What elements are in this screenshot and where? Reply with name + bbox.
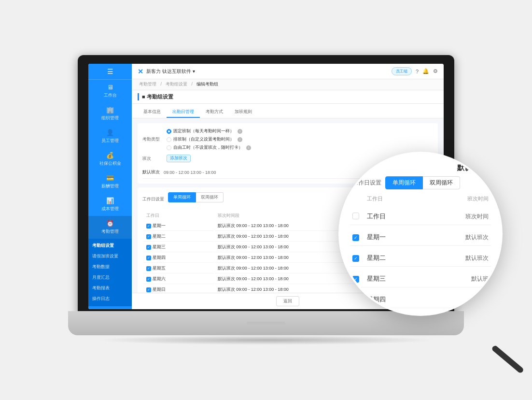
day-fri: 星期五 [153,266,166,271]
checkbox-sun: ✓ [146,287,151,292]
sidebar-submenu: 考勤组设置 请假加班设置 考勤数据 月度汇总 考勤报表 操作日志 [88,239,132,306]
laptop-shadow [97,335,435,345]
mag-shift-wed: 默认班 [471,275,489,283]
sidebar-item-employee[interactable]: 👤 员工管理 [88,125,132,148]
mag-cb-wed[interactable]: ✓ [352,275,367,283]
top-header: ✕ 新客力 钛达互联软件 ▾ 员工端 ? 🔔 ⚙ [132,64,444,79]
sidebar-item-workbench[interactable]: 🖥 工作台 [88,80,132,102]
checkbox-mon: ✓ [146,224,151,229]
tab-basic-info[interactable]: 基本信息 [138,107,167,118]
mag-tab-single[interactable]: 单周循环 [385,176,423,189]
sidebar-header: ☰ [88,64,132,80]
magnify-circle: 默认班次 工作日设置 单周循环 双周循环 工作日 班次时间 工作日 [338,152,503,316]
mag-col-shift-header: 班次时间 [467,195,489,202]
day-thu: 星期四 [153,255,166,260]
sidebar-item-salary[interactable]: 💳 薪酬管理 [88,171,132,193]
breadcrumb-current: 编辑考勤组 [196,82,218,86]
tab-workday[interactable]: 出勤日管理 [167,107,200,118]
sidebar-item-insurance[interactable]: 💰 社保公积金 [88,148,132,171]
mag-tab-double[interactable]: 双周循环 [423,176,460,189]
sidebar-sub-leave[interactable]: 请假加班设置 [88,251,132,262]
default-shift-name: 默认班次 [142,169,160,175]
radio-free[interactable]: 自由工时（不设置班次，随时打卡） i [167,144,251,151]
breadcrumb: 考勤管理 / 考勤组设置 / 编辑考勤组 [132,79,444,90]
mag-cb-tue[interactable]: ✓ [352,255,367,262]
day-sat: 星期六 [153,276,166,281]
mag-day-tue: 星期二 [367,254,465,262]
sidebar-sub-report[interactable]: 考勤报表 [88,283,132,294]
radio-fixed-circle [167,129,171,134]
day-wed: 星期三 [153,244,166,249]
day-thu-check[interactable]: ✓ 星期四 [143,253,214,263]
attendance-icon: ⏰ [106,220,114,227]
insurance-icon: 💰 [106,152,114,159]
radio-shift-circle [167,137,171,142]
magnify-handle [491,344,524,374]
company-name: 新客力 钛达互联软件 ▾ [146,68,195,75]
notification-icon[interactable]: 🔔 [422,68,429,74]
magnify-content: 默认班次 工作日设置 单周循环 双周循环 工作日 班次时间 工作日 [340,154,501,314]
add-shift-button[interactable]: 添加班次 [167,155,191,162]
checkbox-fri: ✓ [146,266,151,271]
day-fri-check[interactable]: ✓ 星期五 [143,264,214,273]
breadcrumb-attendance[interactable]: 考勤管理 [139,82,156,86]
day-wed-check[interactable]: ✓ 星期三 [143,243,214,252]
info-icon-3: i [246,145,251,150]
sidebar-sub-log[interactable]: 操作日志 [88,294,132,304]
sidebar-label: 工作台 [104,92,117,99]
salary-icon: 💳 [106,174,114,182]
radio-shift[interactable]: 排班制（自定义设置考勤时间） i [167,136,251,143]
checkbox-thu: ✓ [146,256,151,260]
tab-single-week[interactable]: 单周循环 [168,192,196,202]
laptop-base [68,311,464,335]
hamburger-icon[interactable]: ☰ [107,68,113,75]
tab-double-week[interactable]: 双周循环 [196,192,224,202]
mag-day-mon: 星期一 [367,233,465,242]
laptop: ☰ 🖥 工作台 🏢 组织管理 👤 员工管理 💰 [68,55,464,345]
info-icon-1: i [238,129,242,134]
sidebar: ☰ 🖥 工作台 🏢 组织管理 👤 员工管理 💰 [88,64,132,309]
sidebar-item-recruit[interactable]: 🔒 招聘管理 [88,306,132,309]
mag-row-tue: ✓ 星期二 默认班次 [350,250,491,267]
help-icon[interactable]: ? [416,69,419,74]
radio-free-circle [167,145,171,150]
sidebar-item-org[interactable]: 🏢 组织管理 [88,102,132,125]
sidebar-sub-attendance-settings[interactable]: 考勤组设置 [88,241,132,251]
col-workday-header: 工作日 [143,211,214,220]
day-mon-check[interactable]: ✓ 星期一 [143,221,214,231]
mag-shift-tue: 默认班次 [465,254,489,262]
work-days-label: 工作日设置 [142,196,164,202]
sidebar-item-attendance[interactable]: ⏰ 考勤管理 [88,216,132,239]
sidebar-sub-monthly[interactable]: 月度汇总 [88,272,132,283]
mag-day-thu: 星期四 [367,295,477,304]
checkbox-tue: ✓ [146,234,151,239]
user-badge[interactable]: 员工端 [392,67,412,75]
mag-tab-group: 单周循环 双周循环 [385,176,460,189]
sidebar-sub-data[interactable]: 考勤数据 [88,262,132,272]
day-sun-check[interactable]: ✓ 星期日 [143,285,214,293]
tabs: 基本信息 出勤日管理 考勤方式 加班规则 [132,104,444,118]
mag-cb-mon[interactable]: ✓ [352,234,367,241]
sidebar-item-cost[interactable]: 📊 成本管理 [88,193,132,216]
mag-cb-workday[interactable] [352,213,367,221]
day-sat-check[interactable]: ✓ 星期六 [143,274,214,284]
logo-area: ✕ 新客力 钛达互联软件 ▾ [138,68,195,75]
info-icon-2: i [238,137,242,142]
tab-overtime-rules[interactable]: 加班规则 [229,107,258,118]
day-tue-check[interactable]: ✓ 星期二 [143,232,214,242]
breadcrumb-settings[interactable]: 考勤组设置 [166,82,187,86]
radio-fixed[interactable]: 固定班制（每天考勤时间一样） i [167,128,251,134]
day-sun: 星期日 [153,287,166,292]
breadcrumb-sep2: / [192,82,193,86]
back-button[interactable]: 返回 [276,296,299,306]
mag-header-row: 工作日 班次时间 [350,193,491,204]
day-mon: 星期一 [153,223,166,228]
mag-shift-thu: 默认 [477,296,489,304]
attendance-type-row: 考勤类型 固定班制（每天考勤时间一样） i 排班 [142,128,433,151]
employee-icon: 👤 [106,129,114,136]
sidebar-label: 薪酬管理 [101,183,119,189]
settings-icon[interactable]: ⚙ [433,68,438,74]
mag-row-wed: ✓ 星期三 默认班 [350,271,491,287]
logo-icon: ✕ [138,68,143,75]
tab-attendance-method[interactable]: 考勤方式 [200,107,229,118]
